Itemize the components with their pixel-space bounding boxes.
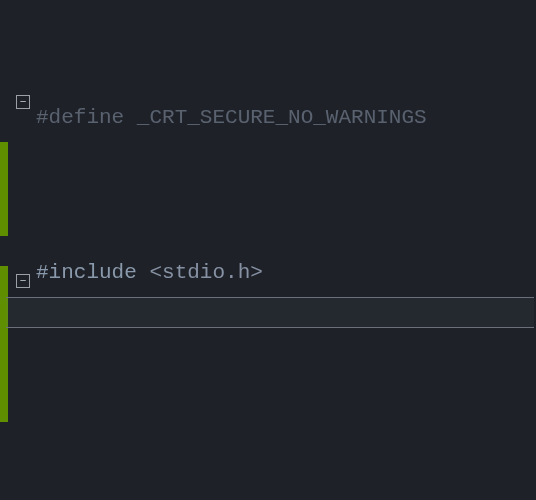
token: #include [36, 261, 137, 284]
token: > [250, 261, 263, 284]
code-area[interactable]: #define _CRT_SECURE_NO_WARNINGS #include… [36, 0, 536, 500]
fold-toggle[interactable]: − [16, 95, 30, 109]
code-line: #include <stdio.h> [36, 257, 536, 288]
code-line [36, 412, 536, 443]
code-line: #define _CRT_SECURE_NO_WARNINGS [36, 102, 536, 133]
fold-toggle[interactable]: − [16, 274, 30, 288]
token: < [149, 261, 162, 284]
token: _CRT_SECURE_NO_WARNINGS [137, 106, 427, 129]
token: stdio.h [162, 261, 250, 284]
code-editor[interactable]: − − #define _CRT_SECURE_NO_WARNINGS #inc… [0, 0, 536, 500]
gutter: − − [0, 0, 36, 500]
change-marker [0, 266, 8, 422]
change-marker [0, 142, 8, 236]
token: #define [36, 106, 124, 129]
